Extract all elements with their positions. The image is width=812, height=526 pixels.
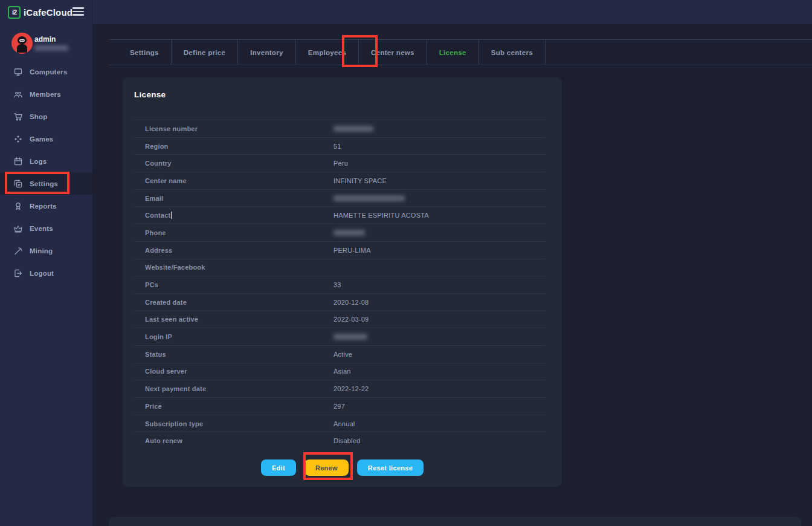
- tab-inventory[interactable]: Inventory: [238, 40, 295, 65]
- row-label: License number: [134, 125, 334, 132]
- tab-license[interactable]: License: [427, 40, 479, 65]
- text-caret: [171, 212, 172, 219]
- row-value: INFINITY SPACE: [334, 177, 546, 184]
- table-row: Region 51: [134, 137, 546, 155]
- row-label: Contact: [134, 212, 334, 219]
- sidebar-menu: Computers Members Shop Games Logs Settin…: [0, 60, 92, 284]
- row-label: Auto renew: [134, 437, 334, 444]
- user-name: admin: [34, 35, 56, 44]
- row-value: 297: [334, 403, 546, 410]
- sidebar-item-label: Members: [30, 91, 61, 98]
- sidebar-item-logout[interactable]: Logout: [0, 262, 92, 284]
- table-row: Next payment date 2022-12-22: [134, 380, 546, 397]
- table-row: PCs 33: [134, 276, 546, 293]
- row-label: Country: [134, 160, 334, 167]
- tab-center-news[interactable]: Center news: [359, 40, 427, 65]
- sidebar-item-reports[interactable]: Reports: [0, 195, 92, 217]
- row-label: PCs: [134, 281, 334, 288]
- table-row: Created date 2020-12-08: [134, 293, 546, 311]
- logo: i2 iCafeCloud: [0, 0, 92, 24]
- user-block: admin: [0, 24, 92, 60]
- table-row: Login IP: [134, 328, 546, 345]
- mining-icon: [13, 246, 23, 256]
- sidebar-item-shop[interactable]: Shop: [0, 105, 92, 128]
- table-row: Center name INFINITY SPACE: [134, 172, 546, 189]
- table-row: Status Active: [134, 345, 546, 363]
- row-value: Active: [334, 351, 546, 358]
- row-label: Subscription type: [134, 420, 334, 427]
- sidebar-item-members[interactable]: Members: [0, 83, 92, 105]
- hamburger-menu-icon[interactable]: [72, 7, 84, 16]
- reset-license-button[interactable]: Reset license: [357, 459, 424, 476]
- table-row: Last seen active 2022-03-09: [134, 311, 546, 328]
- sidebar-item-label: Shop: [30, 113, 48, 120]
- sidebar-item-label: Events: [30, 225, 53, 232]
- row-label: Login IP: [134, 333, 334, 340]
- row-value: PERU-LIMA: [334, 247, 546, 254]
- table-row: Address PERU-LIMA: [134, 241, 546, 259]
- table-row: Website/Facebook: [134, 259, 546, 276]
- row-value: Asian: [334, 368, 546, 375]
- row-label: Last seen active: [134, 316, 334, 323]
- row-value: 2022-12-22: [334, 385, 546, 392]
- row-value: 2020-12-08: [334, 299, 546, 306]
- sidebar-item-games[interactable]: Games: [0, 128, 92, 150]
- members-icon: [13, 89, 23, 99]
- row-value: [334, 195, 546, 201]
- row-value: 51: [334, 143, 546, 150]
- avatar[interactable]: [11, 33, 33, 54]
- table-row: Price 297: [134, 397, 546, 415]
- tab-sub-centers[interactable]: Sub centers: [479, 40, 546, 65]
- user-subtext-redacted: [34, 45, 68, 51]
- events-icon: [13, 224, 23, 233]
- redacted-value: [334, 334, 367, 340]
- row-value: HAMETTE ESPIRITU ACOSTA: [334, 212, 546, 219]
- sidebar-item-label: Games: [30, 135, 53, 143]
- edit-button[interactable]: Edit: [261, 459, 296, 476]
- logout-icon: [13, 268, 23, 278]
- table-row: Subscription type Annual: [134, 415, 546, 432]
- renew-button[interactable]: Renew: [304, 459, 349, 476]
- row-value: [334, 334, 546, 340]
- redacted-value: [334, 230, 365, 236]
- sidebar-item-events[interactable]: Events: [0, 217, 92, 239]
- redacted-value: [334, 126, 373, 132]
- tab-settings[interactable]: Settings: [118, 40, 172, 65]
- row-value: [334, 230, 546, 236]
- sidebar-item-mining[interactable]: Mining: [0, 239, 92, 262]
- sidebar-item-label: Logout: [30, 270, 54, 277]
- logs-icon: [13, 157, 23, 166]
- sidebar-item-label: Reports: [30, 203, 57, 210]
- row-label: Created date: [134, 299, 334, 306]
- table-row: Country Peru: [134, 154, 546, 172]
- sidebar-item-label: Logs: [30, 158, 47, 165]
- row-label: Email: [134, 195, 334, 202]
- sidebar-item-computers[interactable]: Computers: [0, 60, 92, 83]
- row-label: Website/Facebook: [134, 264, 334, 271]
- sidebar-item-settings[interactable]: Settings: [0, 172, 92, 195]
- sidebar-item-label: Settings: [30, 180, 58, 187]
- table-row: Phone: [134, 224, 546, 241]
- tab-bar: SettingsDefine priceInventoryEmployeesCe…: [109, 39, 812, 65]
- row-label: Center name: [134, 177, 334, 184]
- tab-employees[interactable]: Employees: [296, 40, 359, 65]
- tab-define-price[interactable]: Define price: [172, 40, 238, 65]
- sidebar-item-logs[interactable]: Logs: [0, 150, 92, 172]
- table-row: Auto renew Disabled: [134, 432, 546, 449]
- row-label: Status: [134, 351, 334, 358]
- row-value: 33: [334, 281, 546, 288]
- sidebar-item-label: Mining: [30, 247, 53, 255]
- sidebar-item-label: Computers: [30, 68, 68, 76]
- sidebar: admin Computers Members Shop Games Logs …: [0, 24, 92, 526]
- row-value: Peru: [334, 160, 546, 167]
- license-table: License number Region 51 Country Peru Ce…: [134, 120, 546, 449]
- reports-icon: [13, 201, 23, 211]
- row-label: Cloud server: [134, 368, 334, 375]
- header: i2 iCafeCloud: [0, 0, 812, 24]
- row-value: 2022-03-09: [334, 316, 546, 323]
- shop-icon: [13, 112, 23, 122]
- settings-icon: [13, 179, 23, 189]
- row-label: Phone: [134, 229, 334, 236]
- row-label: Next payment date: [134, 385, 334, 392]
- redacted-value: [334, 195, 405, 201]
